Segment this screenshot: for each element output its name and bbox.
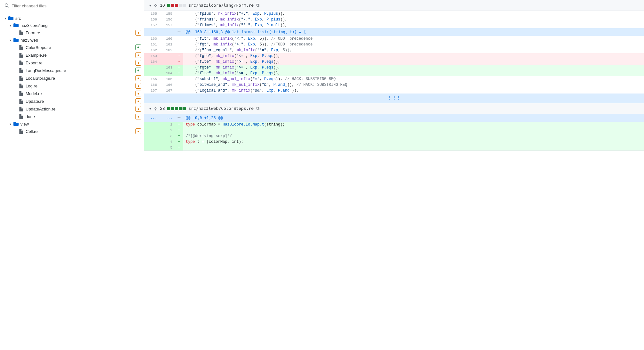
search-icon: [4, 3, 9, 9]
diff-stat-pills: [167, 4, 186, 7]
hunk-info: @@ -160,8 +160,8 @@ let forms: list((str…: [183, 28, 644, 36]
line-code: ("substr1", mk_nul_infix("=", P.eqs)), /…: [183, 76, 644, 82]
stat-pill: [175, 4, 178, 7]
line-code: ("fgt", mk_infix(">.", Exp, 5)), //TODO:…: [183, 42, 644, 47]
move-icon[interactable]: ⊹: [154, 106, 158, 111]
tree-item-cell-re[interactable]: Cell.re●: [0, 127, 144, 135]
table-row: 164- ("flte", mk_infix(">=", Exp, P.eqs)…: [144, 59, 644, 65]
status-badge: ●: [135, 98, 141, 104]
line-num-new: 160: [159, 36, 175, 42]
folder-icon: [13, 23, 19, 28]
line-num-old: 161: [144, 42, 159, 47]
line-num-old: 155: [144, 11, 159, 17]
tree-item-update-re[interactable]: Update.re●: [0, 97, 144, 105]
expand-button[interactable]: ⋮⋮⋮: [144, 94, 644, 103]
tree-item-src[interactable]: ▾src: [0, 15, 144, 22]
table-row: 167167 ("logical_and", mk_infix("&&", Ex…: [144, 88, 644, 94]
status-badge: ●: [135, 83, 141, 89]
file-icon: [18, 106, 24, 111]
line-sign: +: [175, 70, 183, 76]
line-num-new: 164: [159, 70, 175, 76]
line-num-new: 157: [159, 22, 175, 28]
tree-item-dune[interactable]: dune●: [0, 113, 144, 120]
line-code: ("logical_and", mk_infix("&&", Exp, P.an…: [183, 88, 644, 94]
copy-icon[interactable]: ⧉: [256, 106, 259, 111]
copy-icon[interactable]: ⧉: [256, 3, 259, 8]
expand-icon[interactable]: ⊹: [175, 114, 183, 122]
tree-item-example-re[interactable]: Example.re●: [0, 51, 144, 59]
stat-pill: [183, 4, 186, 7]
item-label: Export.re: [26, 61, 134, 65]
stat-pill: [179, 4, 182, 7]
line-code: //("fnot_equals", mk_infix("!=", Exp, 5)…: [183, 47, 644, 53]
file-icon: [18, 53, 24, 58]
stat-pill: [167, 4, 170, 7]
tree-item-updateaction-re[interactable]: UpdateAction.re●: [0, 105, 144, 113]
tree-item-localstorage-re[interactable]: LocalStorage.re●: [0, 74, 144, 82]
line-sign: [175, 36, 183, 42]
stat-pill: [179, 107, 182, 110]
line-code: [183, 145, 644, 151]
line-num-new: 3: [159, 133, 175, 139]
line-code: type t = (colorMap, int);: [183, 139, 644, 145]
line-code: [183, 127, 644, 133]
status-badge: ●: [135, 106, 141, 112]
diff-file-diff-colorsteps: ▾⊹23src/haz3lweb/ColorSteps.re⧉......⊹@@…: [144, 103, 644, 151]
line-sign: -: [175, 59, 183, 65]
tree-item-haz3lcore-lang[interactable]: ▾haz3lcore/lang: [0, 22, 144, 29]
move-icon[interactable]: ⊹: [154, 3, 158, 8]
file-icon: [18, 45, 24, 50]
expand-icon[interactable]: ⊹: [175, 28, 183, 36]
tree-item-haz3lweb[interactable]: ▾haz3lweb: [0, 37, 144, 44]
tree-item-model-re[interactable]: Model.re●: [0, 90, 144, 97]
line-code: ("fplus", mk_infix("+.", Exp, P.plus)),: [183, 11, 644, 17]
line-num-old: 163: [144, 53, 159, 59]
status-badge: ●: [135, 114, 141, 119]
file-tree: ▾src▾haz3lcore/langForm.re●▾haz3lwebColo…: [0, 12, 144, 350]
item-label: ColorSteps.re: [26, 45, 134, 50]
line-code: type colorMap = Haz3lcore.Id.Map.t(strin…: [183, 122, 644, 127]
line-num-new: 161: [159, 42, 175, 47]
table-row: 162162 //("fnot_equals", mk_infix("!=", …: [144, 47, 644, 53]
diff-table: 155155 ("fplus", mk_infix("+.", Exp, P.p…: [144, 11, 644, 103]
chevron-icon: ▾: [8, 122, 13, 126]
line-num-old: [144, 28, 159, 36]
tree-item-export-re[interactable]: Export.re●: [0, 59, 144, 67]
table-row: 166166 ("bitwise_and", mk_nul_infix("&",…: [144, 82, 644, 88]
table-row: 164+ ("flte", mk_infix("<=", Exp, P.eqs)…: [144, 70, 644, 76]
tree-item-colorsteps-re[interactable]: ColorSteps.re+: [0, 44, 144, 51]
line-num-old: [144, 145, 159, 151]
line-code: ("flte", mk_infix("<=", Exp, P.eqs)),: [183, 70, 644, 76]
chevron-icon: ▾: [8, 24, 13, 27]
file-icon: [18, 30, 24, 35]
search-input[interactable]: [12, 4, 139, 8]
tree-item-langdocmessages-re[interactable]: LangDocMessages.re+: [0, 67, 144, 74]
line-sign: +: [175, 139, 183, 145]
item-label: LocalStorage.re: [26, 76, 134, 81]
line-code: ("fgte", mk_infix(">=", Exp, P.eqs)),: [183, 65, 644, 70]
tree-item-log-re[interactable]: Log.re●: [0, 82, 144, 90]
line-num-new: 5: [159, 145, 175, 151]
line-sign: +: [175, 145, 183, 151]
line-sign: [175, 17, 183, 22]
item-label: Example.re: [26, 53, 134, 58]
line-num-old: 157: [144, 22, 159, 28]
diff-filename: src/haz3lcore/lang/Form.re: [188, 3, 254, 8]
tree-item-view[interactable]: ▾view: [0, 120, 144, 127]
line-sign: +: [175, 133, 183, 139]
file-icon: [18, 129, 24, 134]
item-label: haz3lweb: [20, 38, 141, 43]
search-bar: [0, 0, 144, 12]
collapse-icon[interactable]: ▾: [149, 106, 151, 111]
line-sign: +: [175, 65, 183, 70]
file-icon: [18, 83, 24, 88]
line-num-new: 163: [159, 65, 175, 70]
line-num-old: [144, 139, 159, 145]
line-code: /*[@deriving sexp]*/: [183, 133, 644, 139]
status-badge: ●: [135, 60, 141, 66]
table-row: 155155 ("fplus", mk_infix("+.", Exp, P.p…: [144, 11, 644, 17]
tree-item-form-re[interactable]: Form.re●: [0, 29, 144, 37]
line-num-old: 156: [144, 17, 159, 22]
collapse-icon[interactable]: ▾: [149, 3, 151, 8]
item-label: UpdateAction.re: [26, 107, 134, 111]
